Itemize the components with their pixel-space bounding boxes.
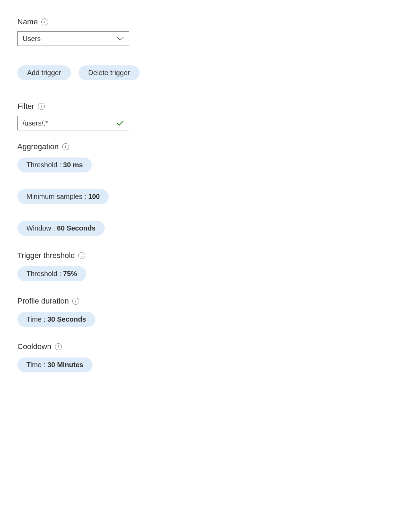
info-icon[interactable] bbox=[72, 298, 79, 305]
name-select[interactable]: Users bbox=[17, 31, 129, 46]
aggregation-min-samples-chip[interactable]: Minimum samples : 100 bbox=[17, 189, 109, 204]
aggregation-window-chip[interactable]: Window : 60 Seconds bbox=[17, 221, 105, 236]
trigger-buttons-row: Add trigger Delete trigger bbox=[17, 65, 399, 80]
chip-label: Time : bbox=[26, 315, 47, 323]
aggregation-section: Aggregation Threshold : 30 ms Minimum sa… bbox=[17, 142, 399, 236]
name-select-value: Users bbox=[23, 35, 41, 43]
name-label: Name bbox=[17, 17, 399, 26]
profile-duration-label: Profile duration bbox=[17, 297, 399, 306]
cooldown-section: Cooldown Time : 30 Minutes bbox=[17, 342, 399, 372]
filter-input[interactable]: /users/.* bbox=[17, 116, 129, 130]
trigger-threshold-label: Trigger threshold bbox=[17, 251, 399, 260]
profile-duration-section: Profile duration Time : 30 Seconds bbox=[17, 297, 399, 327]
chip-label: Time : bbox=[26, 361, 47, 369]
cooldown-chip[interactable]: Time : 30 Minutes bbox=[17, 357, 92, 372]
chip-value: 75% bbox=[63, 270, 77, 277]
chip-label: Window : bbox=[26, 224, 57, 232]
info-icon[interactable] bbox=[78, 252, 85, 259]
trigger-threshold-label-text: Trigger threshold bbox=[17, 251, 75, 260]
chevron-down-icon bbox=[116, 36, 124, 41]
chip-value: 60 Seconds bbox=[57, 224, 96, 232]
info-icon[interactable] bbox=[62, 143, 69, 150]
aggregation-threshold-chip[interactable]: Threshold : 30 ms bbox=[17, 158, 92, 172]
info-icon[interactable] bbox=[55, 343, 62, 350]
name-field: Name Users bbox=[17, 17, 399, 46]
check-icon bbox=[116, 120, 124, 126]
add-trigger-button[interactable]: Add trigger bbox=[17, 65, 71, 80]
chip-label: Threshold : bbox=[26, 161, 63, 169]
info-icon[interactable] bbox=[41, 18, 48, 25]
name-label-text: Name bbox=[17, 17, 38, 26]
profile-duration-chip[interactable]: Time : 30 Seconds bbox=[17, 312, 95, 327]
filter-label: Filter bbox=[17, 102, 399, 111]
chip-value: 100 bbox=[88, 193, 100, 200]
filter-label-text: Filter bbox=[17, 102, 34, 111]
aggregation-label-text: Aggregation bbox=[17, 142, 59, 151]
info-icon[interactable] bbox=[38, 103, 45, 110]
chip-value: 30 ms bbox=[63, 161, 83, 169]
cooldown-label-text: Cooldown bbox=[17, 342, 51, 351]
filter-input-value: /users/.* bbox=[23, 119, 48, 127]
profile-duration-label-text: Profile duration bbox=[17, 297, 69, 306]
chip-value: 30 Seconds bbox=[47, 315, 86, 323]
chip-value: 30 Minutes bbox=[47, 361, 83, 369]
cooldown-label: Cooldown bbox=[17, 342, 399, 351]
chip-label: Minimum samples : bbox=[26, 193, 88, 200]
trigger-threshold-chip[interactable]: Threshold : 75% bbox=[17, 266, 86, 281]
trigger-threshold-section: Trigger threshold Threshold : 75% bbox=[17, 251, 399, 281]
chip-label: Threshold : bbox=[26, 270, 63, 277]
aggregation-label: Aggregation bbox=[17, 142, 399, 151]
filter-field: Filter /users/.* bbox=[17, 102, 399, 130]
delete-trigger-button[interactable]: Delete trigger bbox=[79, 65, 140, 80]
